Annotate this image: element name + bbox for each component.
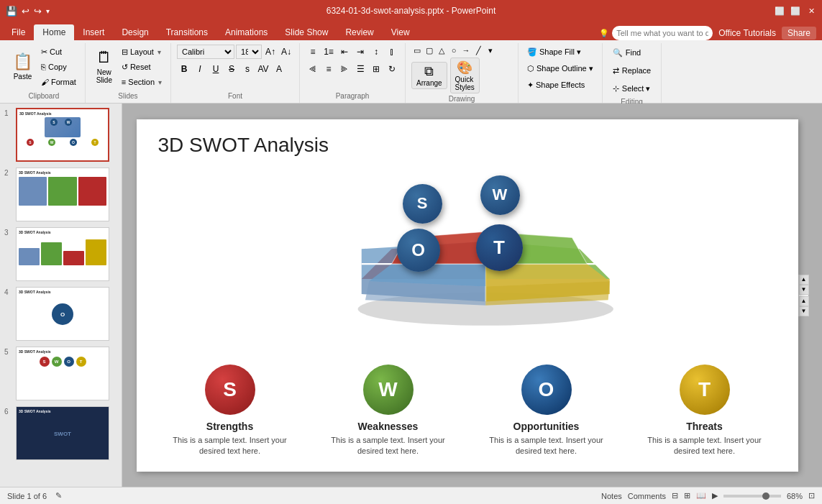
underline-button[interactable]: U [209,62,223,76]
shapes-container: ▭ ▢ △ ○ → ╱ ▾ [411,45,512,56]
arrange-button[interactable]: ⧉ Arrange [411,62,447,89]
numbering-button[interactable]: 1≡ [321,45,336,59]
italic-button[interactable]: I [193,62,207,76]
rectangle-shape[interactable]: ▭ [411,45,423,56]
slide-thumb-2[interactable]: 2 3D SWOT Analysis [3,166,119,223]
scroll-previous-button[interactable]: ▲ [799,296,809,306]
format-painter-button[interactable]: 🖌 Format [38,75,79,89]
fit-slide-button[interactable]: ⊡ [808,491,815,500]
char-spacing-button[interactable]: AV [256,62,270,76]
tab-design[interactable]: Design [113,24,157,40]
redo-icon[interactable]: ↪ [34,6,42,17]
text-direction-button[interactable]: ↻ [385,62,399,76]
align-right-button[interactable]: ⫸ [337,62,352,76]
reading-view-icon[interactable]: 📖 [696,491,706,500]
slide-thumb-4[interactable]: 4 3D SWOT Analysis O [3,285,119,342]
comments-button[interactable]: Comments [628,492,666,500]
cut-button[interactable]: ✂ Cut [38,45,79,59]
quick-access-toolbar: 💾 ↩ ↪ ▾ [6,6,50,17]
shape-effects-button[interactable]: ✦ Shape Effects [524,78,588,92]
weaknesses-desc: This is a sample text. Insert your desir… [319,435,458,457]
zoom-thumb[interactable] [762,492,770,500]
bold-button[interactable]: B [177,62,191,76]
font-name-select[interactable]: Calibri [177,45,234,59]
slide-thumb-6[interactable]: 6 3D SWOT Analysis SWOT [3,405,119,462]
slide-thumb-1[interactable]: 1 3D SWOT Analysis S W S W O T [3,106,119,163]
minimize-button[interactable]: ⬜ [775,6,785,16]
zoom-slider[interactable] [723,495,781,498]
slide-preview-5: 3D SWOT Analysis S W O T [16,347,109,400]
slide-num-4: 4 [4,288,13,296]
scroll-down-button[interactable]: ▼ [799,285,809,295]
align-left-button[interactable]: ⫷ [306,62,320,76]
shadow-button[interactable]: s [240,62,255,76]
opportunities-circle: O [521,365,572,415]
paste-button[interactable]: 📋 Paste [9,45,37,88]
swot-item-weaknesses: W Weaknesses This is a sample text. Inse… [319,365,458,457]
shape-fill-button[interactable]: 🪣 Shape Fill ▾ [524,45,584,59]
scroll-next-button[interactable]: ▼ [799,306,809,316]
oval-shape[interactable]: ○ [448,45,460,56]
font-size-select[interactable]: 18 [236,45,262,59]
section-button[interactable]: ≡ Section ▾ [119,75,165,89]
more-shapes[interactable]: ▾ [485,45,496,56]
undo-icon[interactable]: ↩ [22,6,29,17]
increase-font-button[interactable]: A↑ [263,45,278,59]
replace-button[interactable]: ⇄ Replace [608,63,655,78]
slide-thumb-3[interactable]: 3 3D SWOT Analysis [3,226,119,283]
decrease-font-button[interactable]: A↓ [279,45,293,59]
slideshow-view-icon[interactable]: ▶ [712,491,718,500]
bullets-button[interactable]: ≡ [306,45,320,59]
customize-qat-button[interactable]: ▾ [46,7,50,15]
layout-button[interactable]: ⊟ Layout ▾ [119,45,165,59]
clipboard-group-content: 📋 Paste ✂ Cut ⎘ Copy 🖌 Format [9,45,79,91]
tab-review[interactable]: Review [337,24,382,40]
save-icon[interactable]: 💾 [6,6,17,17]
notes-button[interactable]: Notes [601,492,622,500]
slides-label: Slides [118,92,137,101]
smart-art-button[interactable]: ⊞ [369,62,383,76]
office-tutorials-link[interactable]: Office Tutorials [718,28,776,38]
slide-num-5: 5 [4,348,13,356]
tab-transitions[interactable]: Transitions [157,24,216,40]
tab-home[interactable]: Home [34,24,74,40]
line-shape[interactable]: ╱ [472,45,484,56]
reset-button[interactable]: ↺ Reset [119,60,165,74]
slide-canvas[interactable]: 3D SWOT Analysis [137,119,798,472]
rounded-rect-shape[interactable]: ▢ [424,45,435,56]
strikethrough-button[interactable]: S [224,62,239,76]
new-slide-icon: 🗒 [96,48,112,67]
increase-indent-button[interactable]: ⇥ [353,45,367,59]
tab-animations[interactable]: Animations [216,24,276,40]
tab-view[interactable]: View [383,24,419,40]
slide-sorter-icon[interactable]: ⊞ [684,491,690,500]
notes-edit-icon[interactable]: ✎ [55,491,62,500]
normal-view-icon[interactable]: ⊟ [672,491,678,500]
justify-button[interactable]: ☰ [353,62,367,76]
tab-insert[interactable]: Insert [74,24,113,40]
paragraph-group: ≡ 1≡ ⇤ ⇥ ↕ ⫿ ⫷ ≡ ⫸ ☰ ⊞ ↻ Paragraph [300,43,406,103]
tab-file[interactable]: File [3,24,34,40]
tab-slideshow[interactable]: Slide Show [276,24,337,40]
shape-outline-label: Shape Outline ▾ [536,64,593,73]
tell-me-input[interactable] [612,26,713,40]
maximize-button[interactable]: ⬜ [790,6,800,16]
decrease-indent-button[interactable]: ⇤ [337,45,352,59]
slide-thumb-5[interactable]: 5 3D SWOT Analysis S W O T [3,345,119,402]
close-button[interactable]: ✕ [806,6,816,16]
font-label: Font [228,92,242,101]
line-spacing-button[interactable]: ↕ [369,45,383,59]
shape-outline-button[interactable]: ⬡ Shape Outline ▾ [524,61,596,75]
find-button[interactable]: 🔍 Find [608,45,645,60]
new-slide-button[interactable]: 🗒 NewSlide [91,45,117,88]
font-color-button[interactable]: A [272,62,286,76]
share-button[interactable]: Share [782,27,816,40]
scroll-up-button[interactable]: ▲ [799,275,809,285]
arrow-shape[interactable]: → [460,45,472,56]
columns-button[interactable]: ⫿ [385,45,399,59]
quick-styles-button[interactable]: 🎨 QuickStyles [450,58,480,93]
select-button[interactable]: ⊹ Select ▾ [608,81,655,96]
copy-button[interactable]: ⎘ Copy [38,60,79,74]
align-center-button[interactable]: ≡ [321,62,336,76]
triangle-shape[interactable]: △ [436,45,447,56]
